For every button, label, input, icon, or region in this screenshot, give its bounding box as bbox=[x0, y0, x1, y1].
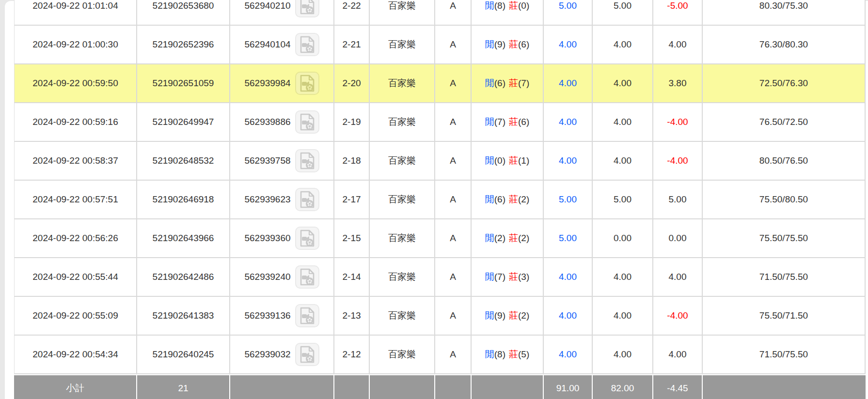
video-icon-button[interactable] bbox=[295, 72, 319, 95]
cell-result: 閒(2)莊(2) bbox=[472, 219, 544, 258]
banker-score: (7) bbox=[518, 78, 529, 89]
cell-game-name: 百家樂 bbox=[370, 0, 435, 26]
player-score: (7) bbox=[494, 272, 505, 282]
video-icon-button[interactable] bbox=[295, 227, 319, 250]
video-icon-button[interactable] bbox=[295, 110, 319, 134]
cell-result: 閒(9)莊(2) bbox=[472, 297, 544, 336]
cell-time: 2024-09-22 00:58:37 bbox=[14, 142, 137, 181]
cell-bet-number: 521902642486 bbox=[137, 258, 230, 297]
table-row: 2024-09-22 00:56:26521902643966562939360… bbox=[14, 219, 866, 258]
cell-game-number: 562940210 bbox=[230, 0, 334, 26]
cell-valid-bet: 4.00 bbox=[593, 64, 653, 103]
subtotal-empty-table bbox=[435, 374, 472, 399]
video-icon-button[interactable] bbox=[295, 304, 319, 327]
player-score: (2) bbox=[494, 233, 505, 244]
video-icon-button[interactable] bbox=[295, 0, 319, 17]
player-score: (0) bbox=[494, 155, 505, 166]
cell-game-number: 562939758 bbox=[230, 142, 334, 181]
cell-bet-amount: 4.00 bbox=[544, 64, 593, 103]
cell-result: 閒(6)莊(7) bbox=[472, 64, 544, 103]
cell-table: A bbox=[435, 297, 472, 336]
game-number: 562939360 bbox=[244, 233, 290, 244]
cell-table: A bbox=[435, 103, 472, 142]
cell-table: A bbox=[435, 219, 472, 258]
cell-win-loss: -4.00 bbox=[653, 103, 703, 142]
table-body: 2024-09-22 01:01:04521902653680562940210… bbox=[14, 0, 866, 374]
subtotal-empty-balance bbox=[703, 374, 866, 399]
video-file-icon bbox=[299, 0, 316, 15]
cell-balance: 76.30/80.30 bbox=[703, 26, 866, 64]
cell-round: 2-13 bbox=[334, 297, 370, 336]
table-row: 2024-09-22 00:55:09521902641383562939136… bbox=[14, 297, 866, 336]
game-number: 562939758 bbox=[244, 155, 290, 166]
game-number: 562939886 bbox=[244, 117, 290, 127]
cell-win-loss: -5.00 bbox=[653, 0, 703, 26]
cell-valid-bet: 4.00 bbox=[593, 103, 653, 142]
cell-game-number: 562939032 bbox=[230, 336, 334, 374]
cell-round: 2-15 bbox=[334, 219, 370, 258]
cell-bet-amount: 5.00 bbox=[544, 219, 593, 258]
game-number: 562940104 bbox=[244, 39, 290, 50]
banker-label: 莊 bbox=[509, 348, 518, 361]
banker-label: 莊 bbox=[509, 154, 518, 167]
content-panel: 2024-09-22 01:01:04521902653680562940210… bbox=[5, 1, 868, 399]
cell-result: 閒(6)莊(2) bbox=[472, 181, 544, 219]
player-score: (6) bbox=[494, 78, 505, 89]
cell-win-loss: 3.80 bbox=[653, 64, 703, 103]
cell-time: 2024-09-22 00:55:09 bbox=[14, 297, 137, 336]
cell-balance: 72.50/76.30 bbox=[703, 64, 866, 103]
cell-round: 2-19 bbox=[334, 103, 370, 142]
video-file-icon bbox=[299, 190, 316, 209]
video-icon-button[interactable] bbox=[295, 149, 319, 172]
cell-round: 2-18 bbox=[334, 142, 370, 181]
cell-round: 2-22 bbox=[334, 0, 370, 26]
cell-bet-number: 521902653680 bbox=[137, 0, 230, 26]
cell-round: 2-20 bbox=[334, 64, 370, 103]
table-row: 2024-09-22 01:00:30521902652396562940104… bbox=[14, 26, 866, 64]
player-score: (6) bbox=[494, 194, 505, 205]
cell-bet-amount: 4.00 bbox=[544, 103, 593, 142]
player-label: 閒 bbox=[485, 309, 494, 322]
cell-valid-bet: 4.00 bbox=[593, 336, 653, 374]
cell-win-loss: 4.00 bbox=[653, 26, 703, 64]
game-number: 562940210 bbox=[244, 0, 290, 11]
video-icon-button[interactable] bbox=[295, 188, 319, 211]
player-label: 閒 bbox=[485, 154, 494, 167]
cell-round: 2-17 bbox=[334, 181, 370, 219]
table-row: 2024-09-22 00:59:16521902649947562939886… bbox=[14, 103, 866, 142]
game-number: 562939032 bbox=[244, 349, 290, 360]
game-number: 562939623 bbox=[244, 194, 290, 205]
video-file-icon bbox=[299, 307, 316, 325]
game-number: 562939984 bbox=[244, 78, 290, 89]
cell-bet-amount: 4.00 bbox=[544, 297, 593, 336]
subtotal-empty-gameno bbox=[230, 374, 334, 399]
cell-game-number: 562939136 bbox=[230, 297, 334, 336]
table-row: 2024-09-22 01:01:04521902653680562940210… bbox=[14, 0, 866, 26]
cell-game-name: 百家樂 bbox=[370, 181, 435, 219]
video-icon-button[interactable] bbox=[295, 265, 319, 289]
cell-table: A bbox=[435, 26, 472, 64]
video-file-icon bbox=[299, 345, 316, 364]
cell-time: 2024-09-22 00:56:26 bbox=[14, 219, 137, 258]
player-label: 閒 bbox=[485, 77, 494, 90]
banker-label: 莊 bbox=[509, 271, 518, 283]
cell-table: A bbox=[435, 64, 472, 103]
bet-history-table: 2024-09-22 01:01:04521902653680562940210… bbox=[14, 0, 866, 399]
subtotal-label: 小計 bbox=[14, 374, 137, 399]
subtotal-bet-total: 91.00 bbox=[544, 374, 593, 399]
cell-balance: 71.50/75.50 bbox=[703, 258, 866, 297]
video-icon-button[interactable] bbox=[295, 343, 319, 366]
subtotal-empty-round bbox=[334, 374, 370, 399]
cell-bet-amount: 4.00 bbox=[544, 26, 593, 64]
cell-valid-bet: 0.00 bbox=[593, 219, 653, 258]
video-icon-button[interactable] bbox=[295, 33, 319, 56]
cell-result: 閒(0)莊(1) bbox=[472, 142, 544, 181]
banker-score: (2) bbox=[518, 310, 529, 321]
cell-game-number: 562940104 bbox=[230, 26, 334, 64]
cell-balance: 75.50/71.50 bbox=[703, 297, 866, 336]
banker-label: 莊 bbox=[509, 232, 518, 245]
table-row: 2024-09-22 00:54:34521902640245562939032… bbox=[14, 336, 866, 374]
subtotal-row: 小計 21 91.00 82.00 -4.45 bbox=[14, 374, 866, 399]
cell-bet-number: 521902641383 bbox=[137, 297, 230, 336]
player-label: 閒 bbox=[485, 38, 494, 51]
